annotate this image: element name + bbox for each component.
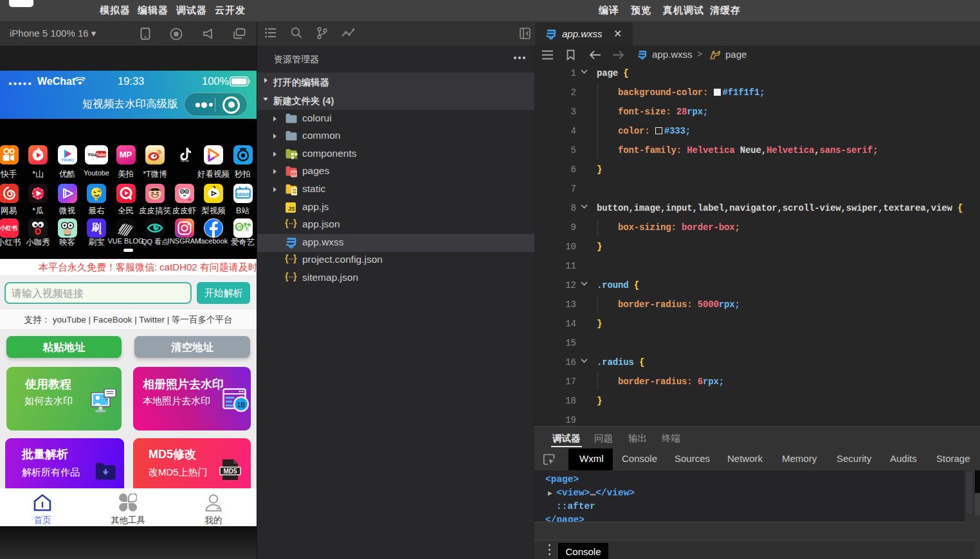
svg-text:爱奇: 爱奇 [242,222,251,227]
svg-text:MD5: MD5 [223,468,237,475]
svg-text:UYi: UYi [235,225,242,229]
svg-text:1B: 1B [237,402,246,409]
svg-text:TikTok: TikTok [180,159,189,163]
svg-text:艺: 艺 [244,227,249,231]
svg-text:YOUKU: YOUKU [61,158,74,162]
svg-text:bilibili: bilibili [236,192,249,197]
svg-text:Tube: Tube [96,152,106,157]
